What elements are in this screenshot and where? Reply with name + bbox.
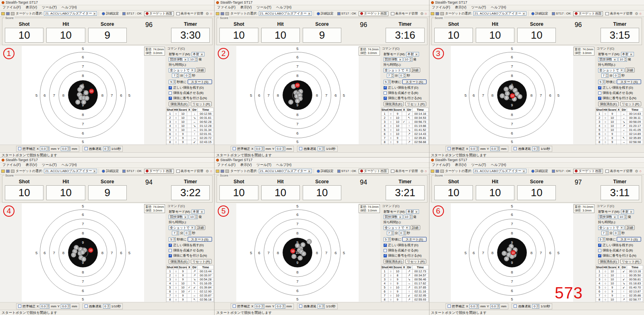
menu-file[interactable]: ファイル(F) [429, 163, 453, 168]
delay-stepper[interactable]: 0 ▲▼ [318, 147, 325, 151]
start-delay-stepper[interactable]: 5 ▲▼ [169, 237, 176, 242]
title-bar[interactable]: Stealth-Target ST17 [429, 0, 644, 5]
menu-file[interactable]: ファイル(F) [0, 5, 23, 10]
shot-row[interactable]: 5○10✓↙01:39.84 [167, 286, 214, 290]
sidebar-checkbox[interactable] [384, 91, 387, 95]
display-mode-button[interactable]: 表示モード切替 [604, 11, 634, 16]
stepper-arrows-icon[interactable]: ▲▼ [188, 231, 191, 235]
stepper-arrows-icon[interactable]: ▲▼ [261, 305, 264, 308]
round-count-dropdown[interactable]: 競技弾数 ▼ [384, 57, 403, 62]
image-delay-checkbox[interactable] [85, 305, 88, 308]
stepper-arrows-icon[interactable]: ▲▼ [497, 147, 500, 151]
x-offset-stepper[interactable]: 0.0 ▲▼ [255, 147, 264, 151]
print-icon[interactable] [11, 12, 14, 15]
shot-row[interactable]: 3○9↘00:56.46 [381, 278, 428, 282]
sidebar-checkbox[interactable] [384, 86, 387, 89]
stepper-arrows-icon[interactable]: ▲▼ [67, 147, 70, 151]
start-button[interactable]: スタート(S) [617, 79, 641, 84]
stepper-arrows-icon[interactable]: ▲▼ [173, 80, 175, 84]
x-offset-stepper[interactable]: 0.0 ▲▼ [40, 147, 50, 151]
shot-row[interactable]: 4○10↘01:18.83 [596, 282, 643, 286]
shot-row[interactable]: 4○10↘01:12.28 [167, 124, 214, 128]
round-count-dropdown[interactable]: 競技弾数 ▼ [384, 215, 403, 219]
menu-help[interactable]: ヘルプ(H) [59, 5, 79, 10]
menu-view[interactable]: 表示(V) [238, 5, 254, 10]
print-icon[interactable] [225, 12, 229, 15]
record-icon[interactable]: ○ [425, 12, 427, 16]
x-offset-stepper[interactable]: 0.0 ▲▼ [40, 304, 50, 309]
stepper-arrows-icon[interactable]: ▲▼ [322, 147, 324, 151]
stepper-arrows-icon[interactable]: ▲▼ [624, 58, 627, 61]
start-button[interactable]: スタート(S) [188, 237, 212, 242]
seconds-stepper[interactable]: 0 ▲▼ [184, 231, 191, 235]
open-icon[interactable] [1, 170, 5, 173]
menu-view[interactable]: 表示(V) [23, 5, 39, 10]
shot-row[interactable]: 5○10↗01:37.65 [381, 286, 428, 290]
checkbox-row[interactable]: 正しい弾痕を残す(D) [169, 243, 214, 247]
shot-row[interactable]: 4○10↖01:16.05 [167, 282, 214, 286]
record-icon[interactable]: ○ [210, 169, 212, 173]
title-bar[interactable]: Stealth-Target ST17 [0, 0, 215, 5]
shot-row[interactable]: 1○9↗00:13.44 [167, 269, 214, 274]
y-offset-stepper[interactable]: 0.0 ▲▼ [61, 304, 70, 309]
detail-settings-button[interactable]: 詳細設定 [316, 11, 335, 16]
menu-file[interactable]: ファイル(F) [0, 163, 23, 168]
round-count-stepper[interactable]: 10 ▲▼ [404, 215, 413, 219]
open-icon[interactable] [431, 170, 434, 173]
checkbox-row[interactable]: 弾痕を点滅させる(B) [384, 91, 429, 95]
shot-row[interactable]: 6○10✓↑02:12.90 [167, 290, 214, 294]
sidebar-checkbox[interactable] [598, 97, 601, 100]
shot-row[interactable]: 5○9↙01:40.70 [596, 286, 643, 290]
time-scope-dropdown[interactable]: 全ショットで ▼ [598, 226, 624, 230]
shooting-mode-dropdown[interactable]: 本射 ▼ [406, 52, 419, 56]
sidebar-checkbox[interactable] [598, 249, 601, 252]
menu-tools[interactable]: ツール(T) [469, 5, 489, 10]
display-mode-button[interactable]: 表示モード切替 [390, 11, 419, 16]
display-mode-button[interactable]: 表示モード切替 [390, 169, 419, 174]
sidebar-checkbox[interactable] [598, 244, 601, 247]
minutes-stepper[interactable]: 7 ▲▼ [387, 231, 394, 235]
round-count-dropdown[interactable]: 競技弾数 ▼ [169, 57, 188, 62]
target-select-dropdown[interactable]: 21. ACCU LABOブルズアイター ▼ [259, 169, 312, 173]
time-detail-button[interactable]: 詳細 [196, 225, 205, 230]
menu-view[interactable]: 表示(V) [238, 163, 254, 168]
start-delay-stepper[interactable]: 5 ▲▼ [169, 80, 176, 84]
checkbox-row[interactable]: 弾痕に番号を付ける(N) [598, 96, 643, 100]
aim-correction-checkbox[interactable] [233, 305, 236, 308]
clear-holes-button[interactable]: 弾痕消去(E) [169, 259, 189, 264]
sidebar-checkbox[interactable] [169, 249, 172, 252]
image-delay-checkbox[interactable] [299, 305, 302, 308]
clear-holes-button[interactable]: 弾痕消去(E) [169, 102, 189, 106]
seconds-stepper[interactable]: 0 ▲▼ [399, 73, 406, 78]
start-delay-stepper[interactable]: 5 ▲▼ [384, 80, 391, 84]
round-count-stepper[interactable]: 10 ▲▼ [189, 57, 198, 62]
menu-view[interactable]: 表示(V) [452, 163, 469, 168]
stepper-arrows-icon[interactable]: ▲▼ [391, 74, 394, 77]
stepper-arrows-icon[interactable]: ▲▼ [194, 215, 197, 219]
target-select-dropdown[interactable]: 21. ACCU LABOブルズアイター ▼ [44, 169, 97, 173]
stepper-arrows-icon[interactable]: ▲▼ [282, 147, 285, 151]
save-icon[interactable] [6, 12, 10, 15]
time-scope-dropdown[interactable]: 全ショットで ▼ [169, 226, 195, 230]
minutes-stepper[interactable]: 7 ▲▼ [172, 73, 179, 78]
detail-settings-button[interactable]: 詳細設定 [101, 11, 120, 16]
title-bar[interactable]: Stealth-Target ST17 [0, 158, 215, 163]
open-icon[interactable] [216, 170, 219, 173]
stepper-arrows-icon[interactable]: ▲▼ [176, 231, 179, 235]
shot-row[interactable]: 5○10↘01:41.52 [381, 128, 428, 132]
shot-row[interactable]: 2○10←00:36.11 [596, 116, 643, 120]
checkbox-row[interactable]: 正しい弾痕を残す(D) [384, 85, 429, 90]
title-bar[interactable]: Stealth-Target ST17 [215, 0, 429, 5]
checkbox-row[interactable]: 弾痕を点滅させる(B) [598, 248, 643, 253]
shot-row[interactable]: 6○9↑02:14.89 [596, 132, 643, 136]
stepper-arrows-icon[interactable]: ▲▼ [602, 238, 605, 241]
display-mode-button[interactable]: 表示モード切替 [604, 169, 634, 174]
stepper-arrows-icon[interactable]: ▲▼ [476, 305, 479, 308]
y-offset-stepper[interactable]: 0.0 ▲▼ [61, 147, 70, 151]
round-count-stepper[interactable]: 10 ▲▼ [404, 57, 413, 62]
time-scope-dropdown[interactable]: 全ショットで ▼ [598, 68, 624, 73]
target-select-dropdown[interactable]: 21. ACCU LABOブルズアイター ▼ [259, 11, 312, 16]
shot-row[interactable]: 7○9←02:33.87 [167, 294, 214, 298]
shot-row[interactable]: 3○10←00:52.28 [167, 120, 214, 124]
stepper-arrows-icon[interactable]: ▲▼ [388, 80, 390, 84]
